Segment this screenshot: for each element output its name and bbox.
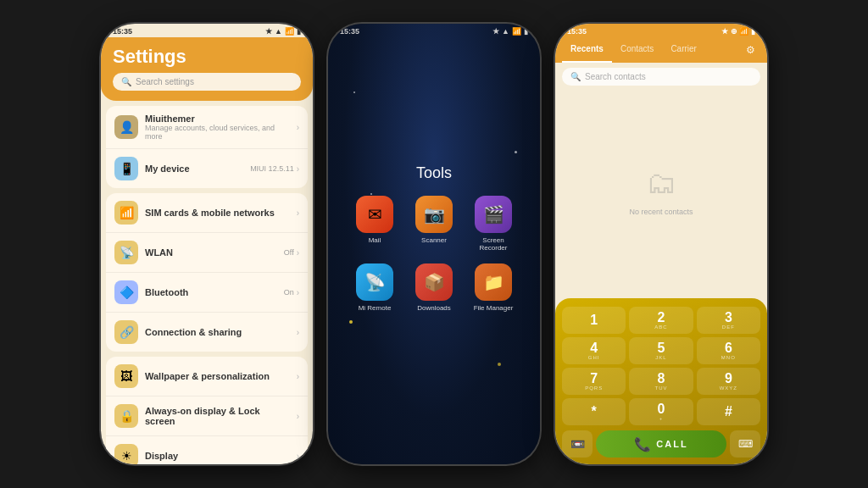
key-4[interactable]: 4 GHI — [562, 337, 626, 364]
settings-section-account: 👤 Miuithemer Manage accounts, cloud serv… — [106, 106, 308, 188]
tools-folder: Tools ✉ Mail 📷 Scanner 🎬 Scre — [328, 37, 540, 464]
call-button[interactable]: 📞 CALL — [596, 430, 726, 458]
mydevice-text: My device — [145, 164, 243, 174]
time-3: 15:35 — [567, 27, 587, 36]
star-dot-5 — [498, 363, 501, 366]
key-6[interactable]: 6 MNO — [697, 337, 760, 364]
call-label: CALL — [656, 439, 687, 449]
settings-header: Settings 🔍 Search settings — [101, 37, 313, 101]
scanner-icon: 📷 — [415, 196, 453, 233]
star-dot-4 — [349, 320, 353, 324]
key-5[interactable]: 5 JKL — [629, 337, 693, 364]
settings-item-lockscreen[interactable]: 🔒 Always-on display & Lock screen › — [106, 396, 308, 436]
key-2[interactable]: 2 ABC — [629, 307, 693, 334]
key-0[interactable]: 0 + — [629, 398, 693, 425]
search-placeholder: Search settings — [136, 77, 194, 86]
sim-icon: 📶 — [114, 201, 138, 225]
key-hash[interactable]: # — [697, 398, 760, 425]
file-manager-icon: 📁 — [475, 263, 512, 301]
mydevice-icon: 📱 — [114, 157, 138, 180]
app-scanner[interactable]: 📷 Scanner — [410, 196, 458, 252]
mi-remote-icon: 📡 — [356, 263, 393, 301]
mail-icon: ✉ — [356, 196, 393, 233]
settings-item-display[interactable]: ☀ Display › — [106, 436, 308, 464]
app-mail[interactable]: ✉ Mail — [351, 196, 398, 252]
settings-search[interactable]: 🔍 Search settings — [113, 73, 301, 91]
display-icon: ☀ — [114, 444, 138, 464]
signal-icon: ▲ — [275, 27, 282, 36]
tab-carrier[interactable]: Carrier — [662, 37, 705, 63]
bt-icon-2: ★ — [492, 27, 499, 36]
search-icon-dialer: 🔍 — [570, 72, 581, 81]
phone-icon: 📞 — [634, 436, 651, 452]
status-bar-1: 15:35 ★ ▲ 📶 ▮ — [101, 24, 313, 37]
app-miremote[interactable]: 📡 Mi Remote — [351, 263, 398, 312]
keyboard-icon: ⌨ — [738, 438, 753, 450]
key-8[interactable]: 8 TUV — [629, 368, 693, 395]
status-icons-1: ★ ▲ 📶 ▮ — [265, 27, 301, 36]
star-dot-1 — [353, 92, 355, 93]
app-screenrecorder[interactable]: 🎬 Screen Recorder — [470, 196, 517, 252]
time-1: 15:35 — [113, 27, 132, 36]
contacts-empty: 🗂 No recent contacts — [555, 91, 767, 298]
status-bar-2: 15:35 ★ ▲ 📶 ▮ — [328, 24, 540, 37]
contacts-empty-icon: 🗂 — [646, 165, 676, 201]
key-3[interactable]: 3 DEF — [697, 307, 760, 334]
tab-contacts[interactable]: Contacts — [612, 37, 662, 63]
bluetooth-icon: ★ — [265, 27, 272, 36]
key-9[interactable]: 9 WXYZ — [697, 368, 760, 395]
status-icons-3: ★ ⊕ 📶 ▮ — [721, 27, 755, 36]
numpad-bottom: 📼 📞 CALL ⌨ — [562, 430, 760, 458]
downloads-label: Downloads — [417, 304, 451, 312]
status-icons-2: ★ ▲ 📶 ▮ — [492, 27, 528, 36]
app-grid: ✉ Mail 📷 Scanner 🎬 Screen Recorder — [351, 196, 517, 312]
file-manager-label: File Manager — [474, 304, 514, 312]
wlan-icon: 📡 — [114, 241, 138, 264]
key-7[interactable]: 7 PQRS — [562, 368, 626, 395]
app-filemanager[interactable]: 📁 File Manager — [470, 263, 517, 312]
star-dot-3 — [370, 193, 372, 195]
tab-recents[interactable]: Recents — [562, 37, 612, 63]
wifi-icon: 📶 — [285, 27, 294, 36]
contacts-empty-text: No recent contacts — [629, 208, 693, 216]
battery-icon-2: ▮ — [524, 27, 528, 36]
phone-tools: 15:35 ★ ▲ 📶 ▮ Tools ✉ — [328, 24, 540, 464]
settings-title: Settings — [113, 46, 301, 68]
settings-item-miuithemer[interactable]: 👤 Miuithemer Manage accounts, cloud serv… — [106, 106, 308, 149]
settings-item-connection[interactable]: 🔗 Connection & sharing › — [106, 313, 308, 352]
voicemail-icon: 📼 — [570, 437, 585, 451]
phone-dialer: 15:35 ★ ⊕ 📶 ▮ Recents Contacts Carrier ⚙… — [555, 24, 767, 464]
dialer-search-placeholder: Search contacts — [585, 72, 646, 81]
search-icon: 🔍 — [121, 77, 131, 86]
settings-item-sim[interactable]: 📶 SIM cards & mobile networks › — [106, 193, 308, 233]
settings-item-bluetooth[interactable]: 🔷 Bluetooth On › — [106, 273, 308, 313]
settings-section-network: 📶 SIM cards & mobile networks › 📡 WLAN O… — [106, 193, 308, 352]
settings-item-mydevice[interactable]: 📱 My device MIUI 12.5.11 › — [106, 149, 308, 188]
numpad: 1 2 ABC 3 DEF 4 GHI — [555, 298, 767, 464]
settings-item-wlan[interactable]: 📡 WLAN Off › — [106, 233, 308, 273]
app-downloads[interactable]: 📦 Downloads — [410, 263, 458, 312]
screen-recorder-label: Screen Recorder — [470, 236, 517, 252]
scanner-label: Scanner — [421, 236, 447, 244]
settings-list: 👤 Miuithemer Manage accounts, cloud serv… — [101, 106, 313, 464]
screen-recorder-icon: 🎬 — [475, 196, 512, 233]
miuithemer-icon: 👤 — [114, 115, 138, 139]
battery-icon: ▮ — [297, 27, 301, 36]
key-star[interactable]: * — [562, 398, 626, 425]
dialer-search[interactable]: 🔍 Search contacts — [562, 68, 760, 86]
wifi-icon-2: 📶 — [512, 27, 521, 36]
signal-icon-2: ▲ — [502, 27, 509, 36]
settings-item-wallpaper[interactable]: 🖼 Wallpaper & personalization › — [106, 357, 308, 396]
dialer-tabs: Recents Contacts Carrier ⚙ — [555, 37, 767, 63]
keyboard-key[interactable]: ⌨ — [730, 430, 760, 458]
voicemail-key[interactable]: 📼 — [562, 430, 593, 458]
settings-section-display: 🖼 Wallpaper & personalization › 🔒 Always… — [106, 357, 308, 464]
folder-title: Tools — [416, 164, 452, 182]
lockscreen-icon: 🔒 — [114, 404, 138, 428]
phone-settings: 15:35 ★ ▲ 📶 ▮ Settings 🔍 Search settings — [101, 24, 313, 464]
key-1[interactable]: 1 — [562, 307, 626, 334]
mail-label: Mail — [369, 236, 381, 244]
numpad-grid: 1 2 ABC 3 DEF 4 GHI — [562, 307, 760, 425]
settings-dial-icon[interactable]: ⚙ — [741, 37, 760, 63]
miuithemer-text: Miuithemer Manage accounts, cloud servic… — [145, 114, 290, 141]
